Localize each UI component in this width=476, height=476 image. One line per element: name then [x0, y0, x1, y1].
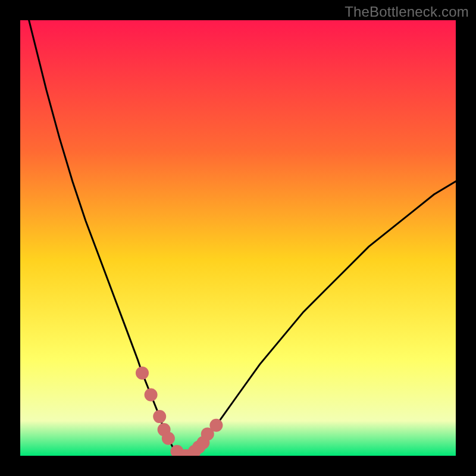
bottleneck-chart [20, 20, 456, 456]
marker-dot [162, 432, 175, 445]
marker-dot [209, 419, 223, 432]
attribution-label: TheBottleneck.com [345, 4, 469, 20]
chart-frame: TheBottleneck.com [0, 0, 476, 476]
plot-area [20, 20, 456, 456]
marker-dot [145, 389, 158, 402]
gradient-background [20, 20, 456, 456]
marker-dot [153, 410, 166, 423]
marker-dot [136, 367, 149, 380]
